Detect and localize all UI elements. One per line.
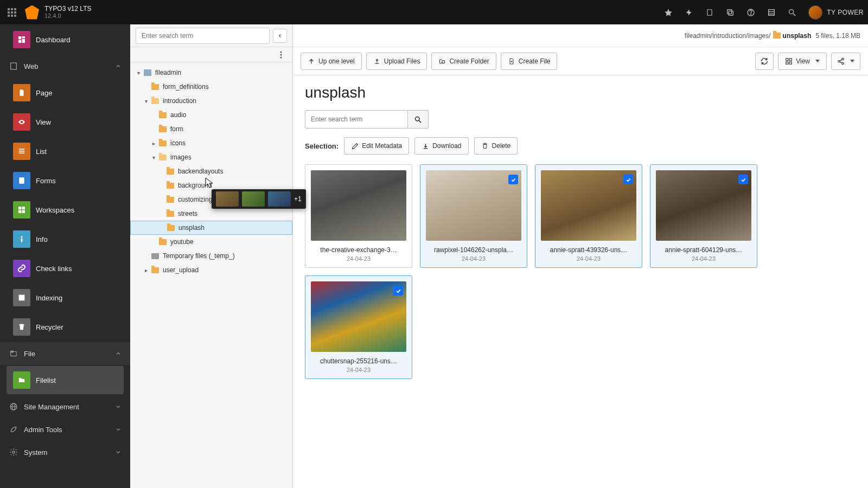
content-search-input[interactable] [305,110,408,129]
search-icon[interactable] [783,4,801,21]
folder-icon [167,183,174,189]
collapse-tree-button[interactable] [273,29,287,43]
svg-rect-4 [11,11,13,14]
tree-node[interactable]: ▸icons [130,136,292,150]
folder-plus-icon [438,57,446,65]
list-module-icon [13,143,30,160]
delete-button[interactable]: Delete [474,137,518,155]
module-view[interactable]: View [7,108,124,136]
tree-node[interactable]: ▾introduction [130,94,292,108]
tree-node-root[interactable]: ▾fileadmin [130,66,292,80]
up-one-level-button[interactable]: Up one level [301,53,362,70]
checkbox-checked-icon[interactable] [738,175,748,184]
download-button[interactable]: Download [414,137,468,155]
svg-line-58 [840,59,842,60]
chevron-right-icon[interactable]: ▸ [150,139,157,147]
module-indexing[interactable]: Indexing [7,284,124,312]
checkbox-checked-icon[interactable] [393,286,403,296]
dashboard-icon [13,31,30,48]
svg-point-17 [789,9,794,14]
file-thumbnail [311,170,406,241]
content-search-button[interactable] [408,110,429,129]
drag-extra-count: +1 [294,195,302,203]
bookmark-icon[interactable] [660,4,677,21]
svg-rect-24 [19,149,25,150]
share-button[interactable] [831,53,860,70]
module-recycler[interactable]: Recycler [7,313,124,341]
svg-rect-6 [8,15,10,17]
module-forms[interactable]: Forms [7,166,124,195]
tree-node[interactable]: ▾images [130,150,292,164]
document-icon[interactable] [701,4,718,21]
svg-point-13 [751,14,751,14]
folder-icon [151,84,159,90]
module-check-links[interactable]: Check links [7,254,124,282]
module-dashboard[interactable]: Dashboard [7,25,124,54]
module-group-file[interactable]: File [0,342,130,365]
apps-icon[interactable] [4,5,20,20]
tree-node-unsplash[interactable]: unsplash [130,221,292,235]
svg-rect-34 [19,295,25,301]
module-group-web[interactable]: Web [0,55,130,78]
module-list[interactable]: List [7,137,124,165]
module-group-site[interactable]: Site Management [0,395,130,418]
file-tile[interactable]: annie-spratt-604129-uns…24-04-23 [650,164,757,268]
refresh-button[interactable] [755,53,774,70]
tree-node[interactable]: form [130,122,292,136]
tree-node[interactable]: form_definitions [130,80,292,94]
chevron-right-icon[interactable]: ▸ [142,266,150,274]
module-workspaces[interactable]: Workspaces [7,196,124,224]
checkbox-checked-icon[interactable] [623,175,633,184]
file-group-icon [9,349,18,358]
tree-node[interactable]: youtube [130,235,292,249]
edit-metadata-button[interactable]: Edit Metadata [344,137,409,155]
tree-search-input[interactable] [136,28,270,44]
upload-files-button[interactable]: Upload Files [366,53,427,70]
flash-icon[interactable] [680,4,698,21]
help-icon[interactable] [742,4,760,21]
module-page[interactable]: Page [7,79,124,107]
chevron-down-icon[interactable]: ▾ [150,153,157,161]
user-menu[interactable]: TY POWER [808,5,864,20]
typo3-logo-icon[interactable] [25,5,39,20]
file-tile[interactable]: rawpixel-1046262-unspla…24-04-23 [420,164,527,268]
file-tile[interactable]: the-creative-exchange-3…24-04-23 [305,164,412,268]
svg-point-43 [280,56,282,58]
tree-node[interactable]: audio [130,108,292,122]
svg-rect-22 [18,40,21,43]
tree-node[interactable]: backendlayouts [130,164,292,178]
file-tile[interactable]: chuttersnap-255216-uns…24-04-23 [305,275,412,379]
svg-rect-2 [14,8,16,10]
create-folder-button[interactable]: Create Folder [431,53,496,70]
pencil-icon [351,142,359,150]
chevron-up-icon [115,350,122,357]
grid-view-icon [785,57,793,65]
checkbox-checked-icon[interactable] [508,175,518,184]
file-tile[interactable]: annie-spratt-439326-uns…24-04-23 [535,164,642,268]
module-info[interactable]: Info [7,225,124,253]
chevron-down-icon[interactable]: ▾ [142,97,150,105]
indexing-icon [13,289,30,306]
svg-rect-23 [11,63,17,69]
tree-node[interactable]: ▸user_upload [130,263,292,277]
tree-more-icon[interactable] [275,49,287,61]
svg-rect-1 [11,8,13,10]
breadcrumb-path[interactable]: fileadmin/introduction/images/ [685,32,771,40]
page-icon [13,84,30,101]
module-group-system[interactable]: System [0,441,130,464]
chevron-down-icon[interactable]: ▾ [135,69,142,76]
file-name: annie-spratt-604129-uns… [650,246,757,254]
module-group-admin[interactable]: Admin Tools [0,418,130,441]
svg-line-18 [793,14,795,16]
tree-node[interactable]: Temporary files (_temp_) [130,249,292,263]
drag-thumb-icon [242,191,265,207]
module-filelist[interactable]: Filelist [7,366,124,394]
list-icon[interactable] [763,4,780,21]
view-mode-button[interactable]: View [778,53,827,70]
svg-rect-52 [789,58,792,60]
copy-icon[interactable] [722,4,739,21]
create-file-button[interactable]: Create File [501,53,558,70]
svg-rect-28 [18,207,21,209]
folder-icon [159,112,167,118]
trash-icon [481,142,489,150]
